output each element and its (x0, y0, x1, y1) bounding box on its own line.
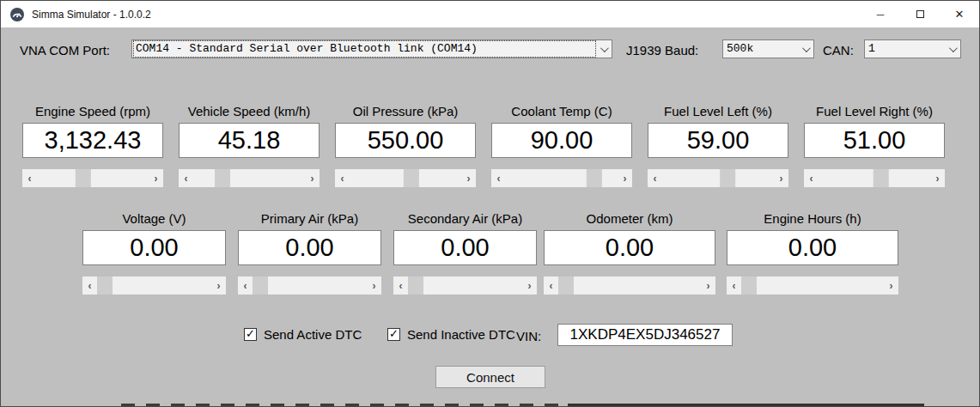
gauge-scrollbar[interactable]: ‹ › (238, 276, 381, 295)
gauge-scrollbar[interactable]: ‹ › (82, 276, 226, 295)
can-value: 1 (867, 41, 944, 57)
gauge-value-input[interactable] (804, 123, 945, 158)
gauge-engine-speed: Engine Speed (rpm) ‹ › (22, 104, 163, 187)
gauge-scrollbar[interactable]: ‹ › (648, 169, 788, 187)
scroll-right-button[interactable]: › (884, 276, 898, 295)
scroll-right-button[interactable]: › (211, 276, 226, 295)
gauge-value-input[interactable] (727, 230, 898, 265)
scroll-right-button[interactable]: › (461, 169, 476, 187)
scroll-left-button[interactable]: ‹ (238, 276, 253, 295)
scroll-track[interactable] (506, 169, 618, 187)
scroll-left-button[interactable]: ‹ (804, 169, 819, 187)
scroll-track[interactable] (193, 169, 305, 187)
gauge-value-input[interactable] (544, 230, 715, 265)
window-controls: ─ ✕ (861, 1, 979, 27)
send-inactive-dtc-label: Send Inactive DTC (407, 327, 515, 342)
gauge-value-input[interactable] (22, 123, 163, 158)
send-inactive-dtc-group: Send Inactive DTC (387, 327, 515, 342)
can-select[interactable]: 1 (864, 39, 961, 58)
scroll-track[interactable] (558, 276, 701, 295)
gauge-scrollbar[interactable]: ‹ › (335, 169, 476, 187)
scroll-thumb[interactable] (253, 276, 268, 295)
gauge-value-input[interactable] (335, 123, 476, 158)
gauge-value-input[interactable] (648, 123, 788, 158)
vin-label: VIN: (516, 329, 541, 343)
scroll-thumb[interactable] (408, 276, 423, 295)
scroll-left-button[interactable]: ‹ (22, 169, 37, 187)
gauge-scrollbar[interactable]: ‹ › (727, 276, 898, 295)
gauge-value-input[interactable] (179, 123, 320, 158)
scroll-track[interactable] (662, 169, 774, 187)
scroll-left-button[interactable]: ‹ (727, 276, 741, 295)
scroll-thumb[interactable] (741, 276, 757, 295)
scroll-right-button[interactable]: › (305, 169, 320, 187)
scroll-right-button[interactable]: › (522, 276, 537, 295)
scroll-thumb[interactable] (76, 169, 91, 187)
scroll-thumb[interactable] (558, 276, 574, 295)
gauge-value-input[interactable] (82, 230, 226, 265)
gauge-label: Coolant Temp (C) (491, 104, 632, 118)
scroll-track[interactable] (741, 276, 884, 295)
scroll-left-button[interactable]: ‹ (648, 169, 662, 187)
scroll-left-button[interactable]: ‹ (335, 169, 350, 187)
scroll-left-button[interactable]: ‹ (544, 276, 558, 295)
gauge-value-input[interactable] (238, 230, 381, 265)
scroll-right-button[interactable]: › (367, 276, 381, 295)
close-button[interactable]: ✕ (940, 1, 979, 27)
com-port-label: VNA COM Port: (20, 43, 110, 58)
gauge-row-2: Voltage (V) ‹ › Primary Air (kPa) ‹ › Se… (82, 211, 898, 295)
baud-select[interactable]: 500k (722, 39, 814, 58)
scroll-thumb[interactable] (873, 169, 889, 187)
gauge-value-input[interactable] (393, 230, 537, 265)
gauge-scrollbar[interactable]: ‹ › (22, 169, 163, 187)
scroll-left-button[interactable]: ‹ (491, 169, 506, 187)
scroll-track[interactable] (819, 169, 930, 187)
maximize-button[interactable] (900, 1, 940, 27)
gauge-scrollbar[interactable]: ‹ › (804, 169, 945, 187)
gauge-label: Vehicle Speed (km/h) (179, 104, 320, 118)
gauge-fuel-left: Fuel Level Left (%) ‹ › (648, 104, 788, 187)
gauge-scrollbar[interactable]: ‹ › (544, 276, 715, 295)
gauge-oil-pressure: Oil Pressure (kPa) ‹ › (335, 104, 476, 187)
scroll-right-button[interactable]: › (930, 169, 945, 187)
send-active-dtc-checkbox[interactable] (244, 328, 257, 341)
gauge-scrollbar[interactable]: ‹ › (491, 169, 632, 187)
scroll-track[interactable] (253, 276, 367, 295)
com-port-select[interactable]: COM14 - Standard Serial over Bluetooth l… (131, 39, 612, 58)
scroll-left-button[interactable]: ‹ (179, 169, 193, 187)
gauge-label: Engine Hours (h) (727, 211, 898, 226)
minimize-button[interactable]: ─ (861, 1, 900, 27)
gauge-scrollbar[interactable]: ‹ › (393, 276, 537, 295)
title-bar: Simma Simulator - 1.0.0.2 ─ ✕ (1, 1, 979, 27)
scroll-thumb[interactable] (97, 276, 113, 295)
gauge-label: Engine Speed (rpm) (22, 104, 163, 118)
gauge-scrollbar[interactable]: ‹ › (179, 169, 320, 187)
gauge-label: Odometer (km) (544, 211, 715, 226)
scroll-thumb[interactable] (720, 169, 735, 187)
gauge-value-input[interactable] (491, 123, 632, 158)
gauge-label: Primary Air (kPa) (238, 211, 381, 226)
gauge-secondary-air: Secondary Air (kPa) ‹ › (393, 211, 537, 295)
vin-input[interactable] (557, 324, 733, 346)
app-gauge-icon (10, 8, 24, 21)
app-window: Simma Simulator - 1.0.0.2 ─ ✕ VNA COM Po… (0, 0, 980, 407)
scroll-thumb[interactable] (215, 169, 230, 187)
scroll-right-button[interactable]: › (618, 169, 632, 187)
scroll-right-button[interactable]: › (149, 169, 163, 187)
scroll-thumb[interactable] (587, 169, 602, 187)
scroll-left-button[interactable]: ‹ (82, 276, 97, 295)
scroll-track[interactable] (37, 169, 149, 187)
connect-button[interactable]: Connect (435, 366, 545, 388)
scroll-left-button[interactable]: ‹ (393, 276, 408, 295)
maximize-icon (916, 10, 924, 18)
scroll-thumb[interactable] (404, 169, 419, 187)
scroll-track[interactable] (408, 276, 522, 295)
scroll-right-button[interactable]: › (701, 276, 715, 295)
scroll-track[interactable] (97, 276, 211, 295)
scroll-track[interactable] (350, 169, 461, 187)
com-port-value: COM14 - Standard Serial over Bluetooth l… (134, 41, 595, 57)
background-window-edge (121, 404, 572, 406)
scroll-right-button[interactable]: › (774, 169, 788, 187)
send-inactive-dtc-checkbox[interactable] (387, 328, 400, 341)
chevron-down-icon (600, 44, 609, 52)
